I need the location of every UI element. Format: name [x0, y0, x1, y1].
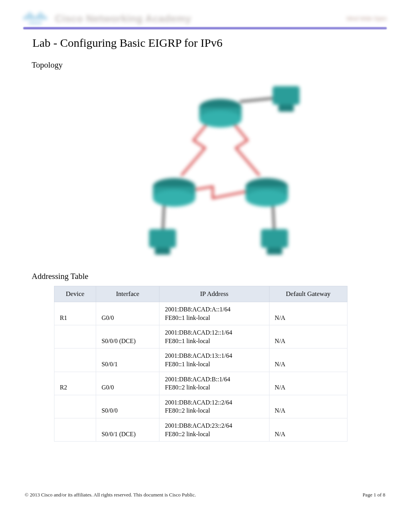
- cisco-logo: cisco: [23, 12, 47, 25]
- topology-diagram: [23, 75, 387, 268]
- brand-divider: [23, 27, 387, 29]
- svg-rect-16: [261, 229, 288, 248]
- cell-interface: S0/0/1: [96, 348, 159, 372]
- cell-device: R1: [54, 302, 96, 325]
- cell-device: [54, 395, 96, 418]
- brand-right-text: Mind Wide Open: [347, 15, 387, 22]
- cell-gateway: N/A: [269, 325, 347, 348]
- topology-diagram-icon: [97, 75, 313, 268]
- cell-interface: G0/0: [96, 372, 159, 395]
- table-header-row: Device Interface IP Address Default Gate…: [54, 286, 347, 302]
- col-interface: Interface: [96, 286, 159, 302]
- cisco-logo-bars-icon: [23, 12, 47, 20]
- brand-left: cisco Cisco Networking Academy: [23, 12, 191, 25]
- cell-ip: 2001:DB8:ACAD:12::2/64 FE80::2 link-loca…: [159, 395, 269, 418]
- cell-gateway: N/A: [269, 372, 347, 395]
- svg-rect-14: [149, 229, 176, 248]
- svg-rect-13: [278, 105, 294, 112]
- footer-copyright: © 2013 Cisco and/or its affiliates. All …: [25, 492, 196, 498]
- document-page: cisco Cisco Networking Academy Mind Wide…: [0, 0, 410, 513]
- page-title: Lab - Configuring Basic EIGRP for IPv6: [32, 36, 387, 49]
- section-topology: Topology: [32, 60, 387, 70]
- brand-bar: cisco Cisco Networking Academy Mind Wide…: [23, 8, 387, 27]
- cell-ip: 2001:DB8:ACAD:A::1/64 FE80::1 link-local: [159, 302, 269, 325]
- cell-interface: S0/0/0 (DCE): [96, 325, 159, 348]
- cell-ip: 2001:DB8:ACAD:12::1/64 FE80::1 link-loca…: [159, 325, 269, 348]
- cell-interface: S0/0/0: [96, 395, 159, 418]
- svg-rect-17: [267, 248, 282, 255]
- section-addressing: Addressing Table: [32, 272, 387, 281]
- cell-interface: G0/0: [96, 302, 159, 325]
- cell-ip: 2001:DB8:ACAD:23::2/64 FE80::2 link-loca…: [159, 418, 269, 441]
- table-row: R2 G0/0 2001:DB8:ACAD:B::1/64 FE80::2 li…: [54, 372, 347, 395]
- cell-device: [54, 418, 96, 441]
- footer-page: Page 1 of 8: [363, 492, 385, 498]
- addressing-table: Device Interface IP Address Default Gate…: [54, 286, 347, 442]
- cell-ip: 2001:DB8:ACAD:B::1/64 FE80::2 link-local: [159, 372, 269, 395]
- cell-device: [54, 348, 96, 372]
- table-row: S0/0/0 2001:DB8:ACAD:12::2/64 FE80::2 li…: [54, 395, 347, 418]
- svg-rect-12: [273, 86, 300, 105]
- cell-gateway: N/A: [269, 348, 347, 372]
- cell-interface: S0/0/1 (DCE): [96, 418, 159, 441]
- table-row: R1 G0/0 2001:DB8:ACAD:A::1/64 FE80::1 li…: [54, 302, 347, 325]
- table-row: S0/0/0 (DCE) 2001:DB8:ACAD:12::1/64 FE80…: [54, 325, 347, 348]
- col-gateway: Default Gateway: [269, 286, 347, 302]
- svg-point-11: [246, 190, 288, 207]
- cell-device: R2: [54, 372, 96, 395]
- brand-academy-text: Cisco Networking Academy: [55, 13, 191, 25]
- table-row: S0/0/1 (DCE) 2001:DB8:ACAD:23::2/64 FE80…: [54, 418, 347, 441]
- page-footer: © 2013 Cisco and/or its affiliates. All …: [23, 492, 387, 498]
- svg-point-8: [153, 190, 195, 207]
- col-ip: IP Address: [159, 286, 269, 302]
- table-row: S0/0/1 2001:DB8:ACAD:13::1/64 FE80::1 li…: [54, 348, 347, 372]
- cell-gateway: N/A: [269, 395, 347, 418]
- col-device: Device: [54, 286, 96, 302]
- cisco-logo-word: cisco: [23, 20, 47, 25]
- addressing-table-wrap: Device Interface IP Address Default Gate…: [54, 286, 347, 442]
- svg-rect-15: [155, 248, 170, 255]
- cell-gateway: N/A: [269, 302, 347, 325]
- cell-device: [54, 325, 96, 348]
- svg-point-5: [199, 110, 242, 127]
- cell-ip: 2001:DB8:ACAD:13::1/64 FE80::1 link-loca…: [159, 348, 269, 372]
- cell-gateway: N/A: [269, 418, 347, 441]
